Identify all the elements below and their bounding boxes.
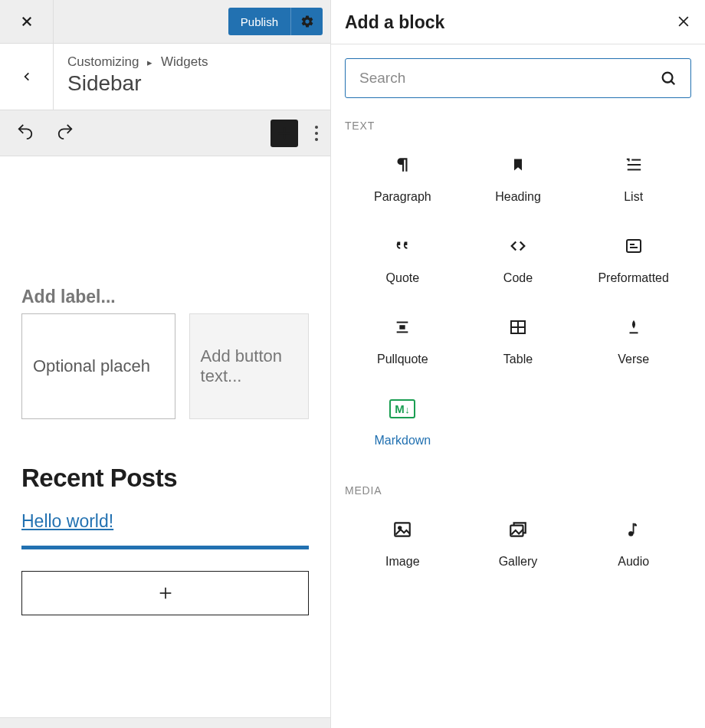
chevron-right-icon: ▸ <box>147 57 152 68</box>
block-markdown[interactable]: M↓Markdown <box>345 397 461 448</box>
footer-strip <box>0 717 330 728</box>
block-label: Audio <box>618 555 649 569</box>
block-label: Quote <box>386 271 420 285</box>
svg-point-8 <box>663 73 673 83</box>
breadcrumb-child: Widgets <box>161 54 208 69</box>
editor-toolbar <box>0 110 330 156</box>
block-inserter-panel: Add a block TEXT ParagraphHeadingListQuo… <box>331 0 705 728</box>
quote-icon <box>391 234 414 257</box>
gear-icon <box>300 15 314 28</box>
post-link[interactable]: Hello world! <box>21 511 113 531</box>
markdown-icon: M↓ <box>389 397 415 420</box>
dot-icon <box>315 126 318 129</box>
block-code[interactable]: Code <box>461 234 576 285</box>
customizer-panel: Publish Customizing ▸ Widgets Sidebar <box>0 0 331 728</box>
svg-rect-18 <box>400 325 405 330</box>
inserter-title: Add a block <box>345 12 444 33</box>
breadcrumb-row: Customizing ▸ Widgets Sidebar <box>0 44 330 110</box>
table-icon <box>508 316 528 339</box>
block-label: Markdown <box>374 434 431 448</box>
category-text: TEXT <box>345 120 691 132</box>
block-image[interactable]: Image <box>345 518 461 569</box>
block-audio[interactable]: Audio <box>575 518 691 569</box>
block-label: Image <box>385 555 419 569</box>
block-label: Pullquote <box>377 353 428 366</box>
block-appender-button[interactable] <box>21 571 309 615</box>
preformatted-icon <box>623 234 644 257</box>
undo-icon <box>15 123 35 140</box>
optional-placeholder-input[interactable]: Optional placeh <box>21 313 175 419</box>
chevron-left-icon <box>21 69 32 84</box>
plus-icon <box>276 125 293 142</box>
paragraph-icon <box>392 153 412 176</box>
more-options-button[interactable] <box>315 126 318 141</box>
block-verse[interactable]: Verse <box>575 316 691 366</box>
button-text-input[interactable]: Add button text... <box>189 313 309 419</box>
redo-icon <box>55 123 75 140</box>
close-icon <box>20 15 34 28</box>
breadcrumb-root: Customizing <box>67 54 139 69</box>
redo-button[interactable] <box>52 120 78 146</box>
undo-button[interactable] <box>12 120 38 146</box>
block-label: Gallery <box>499 555 538 569</box>
editor-area: Add label... Optional placeh Add button … <box>0 156 330 717</box>
block-pullquote[interactable]: Pullquote <box>345 316 461 366</box>
block-paragraph[interactable]: Paragraph <box>345 153 461 204</box>
search-input[interactable] <box>359 70 660 87</box>
block-table[interactable]: Table <box>461 316 576 366</box>
gallery-icon <box>507 518 529 541</box>
svg-point-26 <box>628 531 633 536</box>
block-heading[interactable]: Heading <box>461 153 576 204</box>
block-gallery[interactable]: Gallery <box>461 518 576 569</box>
audio-icon <box>625 518 642 541</box>
svg-line-9 <box>671 81 675 85</box>
image-icon <box>392 518 413 541</box>
breadcrumb: Customizing ▸ Widgets <box>67 54 208 70</box>
block-list[interactable]: List <box>575 153 691 204</box>
block-label: List <box>624 190 643 204</box>
svg-rect-13 <box>627 240 641 252</box>
publish-label: Publish <box>228 15 290 28</box>
block-label: Code <box>503 271 533 285</box>
block-label: Preformatted <box>598 271 668 285</box>
customizer-topbar: Publish <box>0 0 330 44</box>
add-block-button[interactable] <box>271 120 298 147</box>
back-button[interactable] <box>0 44 54 110</box>
code-icon <box>507 234 530 257</box>
list-icon <box>623 153 644 176</box>
widget-heading[interactable]: Recent Posts <box>21 464 309 493</box>
block-search[interactable] <box>345 58 691 98</box>
close-customizer-button[interactable] <box>0 0 54 44</box>
block-label: Verse <box>618 353 649 366</box>
close-inserter-button[interactable] <box>676 14 691 31</box>
svg-rect-27 <box>632 523 634 534</box>
heading-icon <box>510 153 526 176</box>
publish-button[interactable]: Publish <box>228 8 323 35</box>
label-placeholder[interactable]: Add label... <box>21 287 309 307</box>
block-label: Heading <box>495 190 541 204</box>
block-label: Paragraph <box>374 190 431 204</box>
block-label: Table <box>503 353 533 366</box>
block-preformatted[interactable]: Preformatted <box>575 234 691 285</box>
verse-icon <box>625 316 642 339</box>
category-media: MEDIA <box>345 484 691 497</box>
breadcrumb-title: Sidebar <box>67 71 208 96</box>
block-quote[interactable]: Quote <box>345 234 461 285</box>
plus-icon <box>157 585 174 602</box>
publish-settings-button[interactable] <box>290 8 323 35</box>
search-icon <box>660 70 677 87</box>
close-icon <box>676 14 691 29</box>
pullquote-icon <box>392 316 413 339</box>
